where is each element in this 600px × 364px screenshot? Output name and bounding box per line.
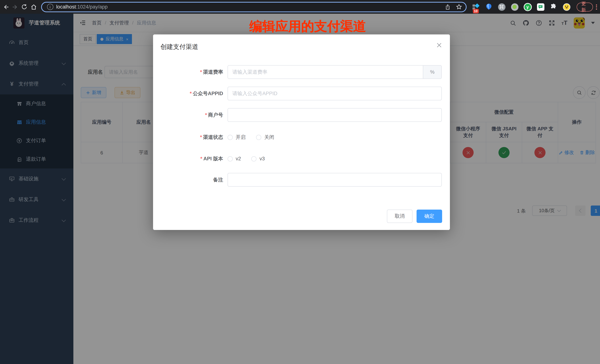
site-info-icon[interactable]: i: [47, 4, 53, 10]
api-version-radio-group: v2 v3: [227, 156, 265, 162]
dialog-close-icon[interactable]: [436, 42, 442, 48]
extensions-puzzle-icon[interactable]: [549, 3, 558, 11]
percent-suffix: %: [423, 65, 441, 79]
extension-recorder-icon[interactable]: [510, 3, 519, 11]
appid-input[interactable]: [227, 87, 442, 100]
radio-icon: [252, 156, 257, 161]
extension-badge: 10: [473, 9, 479, 13]
merchant-input[interactable]: [227, 108, 442, 122]
extension-balloon-icon[interactable]: [485, 3, 493, 11]
rate-input[interactable]: [228, 65, 423, 79]
radio-api-v2[interactable]: v2: [227, 156, 241, 162]
radio-api-v3[interactable]: v3: [252, 156, 265, 162]
status-radio-group: 开启 关闭: [227, 134, 274, 141]
address-bar[interactable]: i localhost:1024/pay/app: [41, 2, 466, 12]
screen: i localhost:1024/pay/app 10: [0, 0, 600, 364]
browser-back-icon[interactable]: [2, 2, 9, 12]
browser-menu-icon[interactable]: [596, 4, 597, 9]
extension-chat-icon[interactable]: [536, 3, 544, 11]
confirm-button[interactable]: 确定: [417, 209, 442, 223]
api-version-label: *API 版本: [160, 155, 223, 162]
annotation-text: 编辑应用的支付渠道: [222, 18, 393, 35]
share-icon[interactable]: [445, 4, 450, 10]
extension-command-icon[interactable]: [497, 3, 506, 11]
cancel-button[interactable]: 取消: [387, 209, 412, 223]
browser-forward-icon[interactable]: [11, 2, 19, 12]
appid-label: *公众号APPID: [160, 90, 223, 97]
extension-y-icon[interactable]: y: [524, 3, 532, 11]
remark-label: 备注: [160, 176, 223, 183]
remark-input[interactable]: [227, 173, 442, 187]
dialog-footer: 取消 确定: [153, 209, 450, 223]
radio-icon: [227, 156, 233, 161]
browser-toolbar: i localhost:1024/pay/app 10: [0, 0, 600, 14]
radio-status-closed[interactable]: 关闭: [256, 134, 274, 141]
browser-reload-icon[interactable]: [21, 2, 28, 12]
bookmark-star-icon[interactable]: [456, 4, 462, 10]
create-channel-dialog: 创建支付渠道 *渠道费率 % *公众号APPID *商户号 *渠道状态 开启: [153, 35, 450, 230]
rate-label: *渠道费率: [160, 69, 223, 75]
browser-update-button[interactable]: 更新: [576, 2, 593, 11]
browser-extensions: 10 y: [472, 3, 571, 11]
dialog-title: 创建支付渠道: [160, 43, 198, 51]
rate-input-group: %: [227, 65, 442, 79]
radio-icon: [256, 135, 261, 140]
radio-status-open[interactable]: 开启: [227, 134, 246, 141]
profile-emoji-avatar[interactable]: [562, 3, 571, 11]
url-text[interactable]: localhost:1024/pay/app: [56, 4, 108, 10]
radio-icon: [227, 135, 233, 140]
status-label: *渠道状态: [160, 134, 223, 141]
extension-pinned-icon[interactable]: 10: [472, 3, 480, 11]
browser-home-icon[interactable]: [30, 2, 37, 12]
merchant-label: *商户号: [160, 112, 223, 118]
